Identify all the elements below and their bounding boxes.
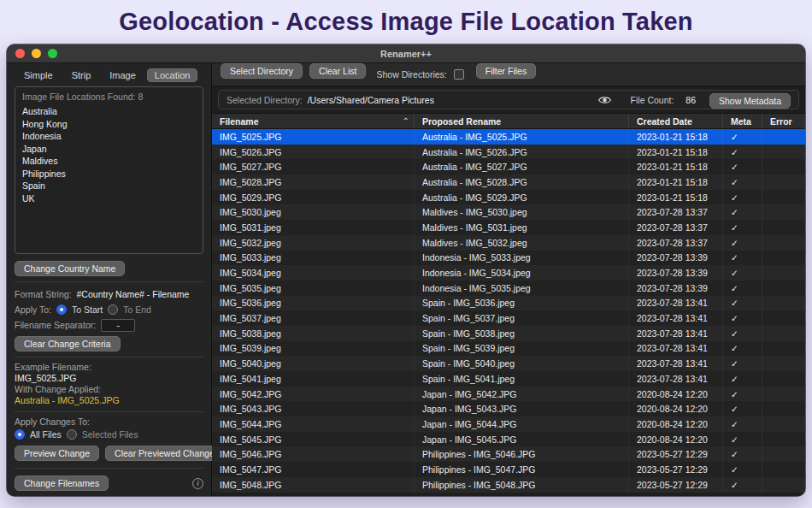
cell-filename: IMG_5034.jpeg xyxy=(212,265,415,281)
table-row[interactable]: IMG_5031.jpeg Maldives - IMG_5031.jpeg 2… xyxy=(212,220,805,235)
page-title: Geolocation - Access Image File Location… xyxy=(0,0,812,36)
column-header-filename[interactable]: Filename ⌃ xyxy=(212,114,415,128)
table-row[interactable]: IMG_5034.jpeg Indonesia - IMG_5034.jpeg … xyxy=(212,265,805,281)
table-row[interactable]: IMG_5036.jpeg Spain - IMG_5036.jpeg 2023… xyxy=(212,296,805,311)
change-country-name-button[interactable]: Change Country Name xyxy=(15,261,125,276)
separator-input[interactable]: - xyxy=(101,319,135,332)
location-item[interactable]: Philippines xyxy=(22,168,196,180)
cell-error xyxy=(762,477,805,493)
example-filename-value: IMG_5025.JPG xyxy=(15,373,203,384)
radio-selected-files-label[interactable]: Selected Files xyxy=(82,429,138,440)
clear-previewed-changes-button[interactable]: Clear Previewed Changes xyxy=(105,446,228,461)
location-item[interactable]: Spain xyxy=(22,180,196,192)
clear-list-button[interactable]: Clear List xyxy=(309,63,366,79)
table-row[interactable]: IMG_5037.jpeg Spain - IMG_5037.jpeg 2023… xyxy=(212,310,805,326)
table-row[interactable]: IMG_5048.JPG Philippines - IMG_5048.JPG … xyxy=(212,477,805,493)
divider xyxy=(15,468,203,469)
change-filenames-button[interactable]: Change Filenames xyxy=(15,476,109,491)
cell-filename: IMG_5046.JPG xyxy=(212,446,415,462)
cell-proposed-rename: Philippines - IMG_5048.JPG xyxy=(415,477,629,493)
location-item[interactable]: Japan xyxy=(22,143,196,156)
radio-to-end-label[interactable]: To End xyxy=(123,304,151,315)
table-row[interactable]: IMG_5044.JPG Japan - IMG_5044.JPG 2020-0… xyxy=(212,416,805,432)
cell-meta-check: ✓ xyxy=(723,190,762,205)
column-header-meta[interactable]: Meta xyxy=(723,114,762,128)
table-row[interactable]: IMG_5042.JPG Japan - IMG_5042.JPG 2020-0… xyxy=(212,387,805,402)
show-metadata-button[interactable]: Show Metadata xyxy=(709,93,791,109)
table-row[interactable]: IMG_5045.JPG Japan - IMG_5045.JPG 2020-0… xyxy=(212,432,805,447)
close-button[interactable] xyxy=(15,49,25,58)
cell-proposed-rename: Maldives - IMG_5030.jpeg xyxy=(415,204,629,220)
column-header-error[interactable]: Error xyxy=(762,114,805,128)
radio-to-start-label[interactable]: To Start xyxy=(72,304,103,315)
radio-all-files[interactable] xyxy=(15,429,25,440)
table-row[interactable]: IMG_5043.JPG Japan - IMG_5043.JPG 2020-0… xyxy=(212,401,805,416)
cell-proposed-rename: Indonesia - IMG_5035.jpeg xyxy=(415,281,629,296)
cell-meta-check: ✓ xyxy=(723,310,762,326)
table-row[interactable]: IMG_5026.JPG Australia - IMG_5026.JPG 20… xyxy=(212,145,805,160)
cell-error xyxy=(762,174,805,190)
cell-created-date: 2023-01-21 15:18 xyxy=(629,145,723,160)
column-header-proposed-rename[interactable]: Proposed Rename xyxy=(415,114,629,128)
cell-created-date: 2023-01-21 15:18 xyxy=(629,190,723,205)
radio-all-files-label[interactable]: All Files xyxy=(30,429,62,440)
cell-filename: IMG_5044.JPG xyxy=(212,416,415,432)
radio-selected-files[interactable] xyxy=(67,429,77,440)
table-row[interactable]: IMG_5033.jpeg Indonesia - IMG_5033.jpeg … xyxy=(212,251,805,266)
tab-strip[interactable]: Strip xyxy=(64,68,99,82)
cell-created-date: 2020-08-24 12:20 xyxy=(629,387,723,402)
show-directories-checkbox[interactable] xyxy=(454,69,464,80)
cell-filename: IMG_5033.jpeg xyxy=(212,251,415,266)
location-item[interactable]: UK xyxy=(22,192,196,205)
cell-proposed-rename: Australia - IMG_5029.JPG xyxy=(415,190,629,205)
cell-created-date: 2023-07-28 13:41 xyxy=(629,356,723,371)
preview-change-button[interactable]: Preview Change xyxy=(15,446,99,461)
cell-filename: IMG_5038.jpeg xyxy=(212,326,415,341)
cell-meta-check: ✓ xyxy=(723,477,762,493)
table-row[interactable]: IMG_5046.JPG Philippines - IMG_5046.JPG … xyxy=(212,446,805,462)
table-row[interactable]: IMG_5039.jpeg Spain - IMG_5039.jpeg 2023… xyxy=(212,341,805,357)
location-item[interactable]: Hong Kong xyxy=(22,118,196,131)
table-row[interactable]: IMG_5032.jpeg Maldives - IMG_5032.jpeg 2… xyxy=(212,235,805,251)
cell-created-date: 2020-08-24 12:20 xyxy=(629,432,723,447)
cell-filename: IMG_5039.jpeg xyxy=(212,341,415,357)
cell-filename: IMG_5047.JPG xyxy=(212,462,415,477)
table-row[interactable]: IMG_5028.JPG Australia - IMG_5028.JPG 20… xyxy=(212,174,805,190)
minimize-button[interactable] xyxy=(32,49,41,58)
table-row[interactable]: IMG_5030.jpeg Maldives - IMG_5030.jpeg 2… xyxy=(212,204,805,220)
filter-files-button[interactable]: Filter Files xyxy=(476,63,536,79)
cell-meta-check: ✓ xyxy=(723,204,762,220)
tab-image[interactable]: Image xyxy=(102,68,144,82)
table-row[interactable]: IMG_5029.JPG Australia - IMG_5029.JPG 20… xyxy=(212,190,805,205)
location-item[interactable]: Maldives xyxy=(22,155,196,168)
cell-meta-check: ✓ xyxy=(723,235,762,251)
cell-created-date: 2023-07-28 13:41 xyxy=(629,371,723,387)
cell-created-date: 2023-05-27 12:29 xyxy=(629,446,723,462)
cell-created-date: 2023-07-28 13:37 xyxy=(629,220,723,235)
table-row[interactable]: IMG_5047.JPG Philippines - IMG_5047.JPG … xyxy=(212,462,805,477)
radio-to-start[interactable] xyxy=(56,304,67,315)
table-row[interactable]: IMG_5041.jpeg Spain - IMG_5041.jpeg 2023… xyxy=(212,371,805,387)
clear-change-criteria-button[interactable]: Clear Change Criteria xyxy=(15,336,121,351)
table-row[interactable]: IMG_5038.jpeg Spain - IMG_5038.jpeg 2023… xyxy=(212,326,805,341)
sort-ascending-icon: ⌃ xyxy=(403,116,409,126)
table-row[interactable]: IMG_5025.JPG Australia - IMG_5025.JPG 20… xyxy=(212,129,805,145)
cell-created-date: 2023-07-28 13:39 xyxy=(629,251,723,266)
table-row[interactable]: IMG_5027.JPG Australia - IMG_5027.JPG 20… xyxy=(212,159,805,174)
select-directory-button[interactable]: Select Directory xyxy=(221,63,303,79)
cell-filename: IMG_5043.JPG xyxy=(212,401,415,416)
column-header-created-date[interactable]: Created Date xyxy=(629,114,723,128)
cell-proposed-rename: Maldives - IMG_5032.jpeg xyxy=(415,235,629,251)
radio-to-end[interactable] xyxy=(108,304,118,315)
zoom-button[interactable] xyxy=(48,49,57,58)
tab-location[interactable]: Location xyxy=(147,68,198,82)
cell-meta-check: ✓ xyxy=(723,174,762,190)
location-item[interactable]: Indonesia xyxy=(22,130,196,143)
eye-icon[interactable] xyxy=(597,95,612,105)
info-icon[interactable]: i xyxy=(192,478,203,489)
table-row[interactable]: IMG_5040.jpeg Spain - IMG_5040.jpeg 2023… xyxy=(212,356,805,371)
table-row[interactable]: IMG_5035.jpeg Indonesia - IMG_5035.jpeg … xyxy=(212,281,805,296)
tab-simple[interactable]: Simple xyxy=(16,68,61,82)
cell-created-date: 2020-08-24 12:20 xyxy=(629,401,723,416)
location-item[interactable]: Australia xyxy=(22,105,196,118)
